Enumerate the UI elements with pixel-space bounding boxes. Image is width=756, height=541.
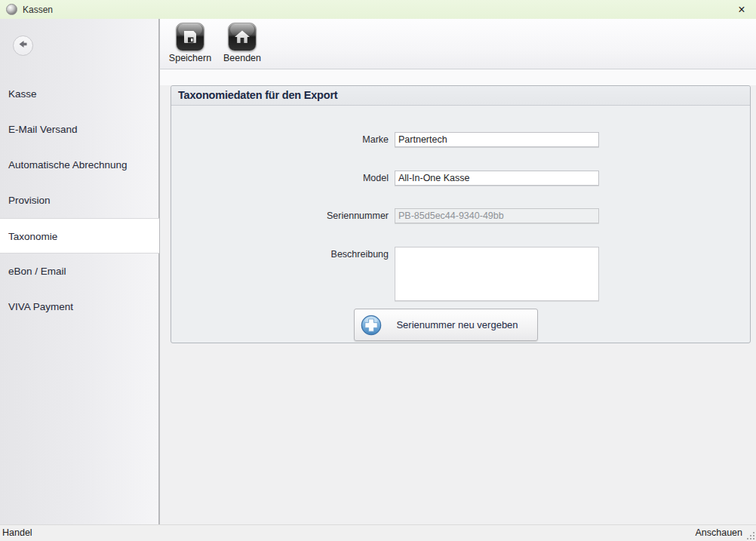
seriennummer-input — [395, 208, 599, 223]
exit-button[interactable]: Beenden — [217, 23, 267, 67]
statusbar: Handel Anschauen — [0, 524, 756, 541]
window-titlebar: Kassen × — [0, 0, 756, 19]
groupbox-title: Taxonomiedaten für den Export — [171, 86, 750, 106]
beschreibung-textarea[interactable] — [395, 247, 599, 301]
status-left-text: Handel — [2, 525, 32, 541]
toolbar: Speichern Beenden — [159, 19, 756, 69]
sidebar: Kasse E-Mail Versand Automatische Abrech… — [0, 19, 159, 524]
beschreibung-label: Beschreibung — [171, 247, 389, 262]
sidebar-nav: Kasse E-Mail Versand Automatische Abrech… — [0, 76, 159, 324]
back-arrow-icon — [17, 38, 29, 54]
exit-button-label: Beenden — [223, 53, 261, 63]
app-window: Kassen × Kasse E-Mail Versand Automatisc… — [0, 0, 756, 541]
taxonomy-groupbox: Taxonomiedaten für den Export Marke Mode… — [171, 85, 751, 343]
assign-serial-button-label: Serienummer neu vergeben — [382, 319, 537, 330]
marke-label: Marke — [171, 132, 389, 147]
sidebar-item-viva-payment[interactable]: VIVA Payment — [0, 289, 159, 324]
close-button[interactable]: × — [733, 0, 751, 19]
marke-input[interactable] — [395, 132, 599, 147]
save-button-label: Speichern — [169, 53, 211, 63]
status-right-text: Anschauen — [695, 525, 742, 541]
save-button[interactable]: Speichern — [165, 23, 215, 67]
app-sphere-icon — [6, 4, 17, 15]
back-button[interactable] — [13, 35, 33, 56]
assign-serial-button[interactable]: Serienummer neu vergeben — [354, 309, 538, 341]
main-content: Taxonomiedaten für den Export Marke Mode… — [159, 69, 756, 524]
window-title: Kassen — [23, 5, 53, 15]
seriennummer-label: Seriennummer — [171, 208, 389, 223]
sidebar-item-taxonomie[interactable]: Taxonomie — [0, 218, 159, 254]
sidebar-item-kasse[interactable]: Kasse — [0, 76, 159, 112]
toolbar-shadow-band — [160, 69, 756, 85]
sidebar-item-provision[interactable]: Provision — [0, 183, 159, 218]
sidebar-item-automatische-abrechnung[interactable]: Automatische Abrechnung — [0, 147, 159, 183]
plus-icon — [361, 315, 382, 336]
close-icon: × — [738, 4, 745, 16]
resize-grip-icon[interactable] — [745, 530, 755, 540]
home-icon — [228, 23, 257, 51]
save-floppy-icon — [176, 23, 204, 51]
sidebar-item-email-versand[interactable]: E-Mail Versand — [0, 112, 159, 147]
model-label: Model — [171, 171, 389, 186]
sidebar-item-ebon-email[interactable]: eBon / Email — [0, 254, 159, 289]
model-input[interactable] — [395, 171, 599, 186]
